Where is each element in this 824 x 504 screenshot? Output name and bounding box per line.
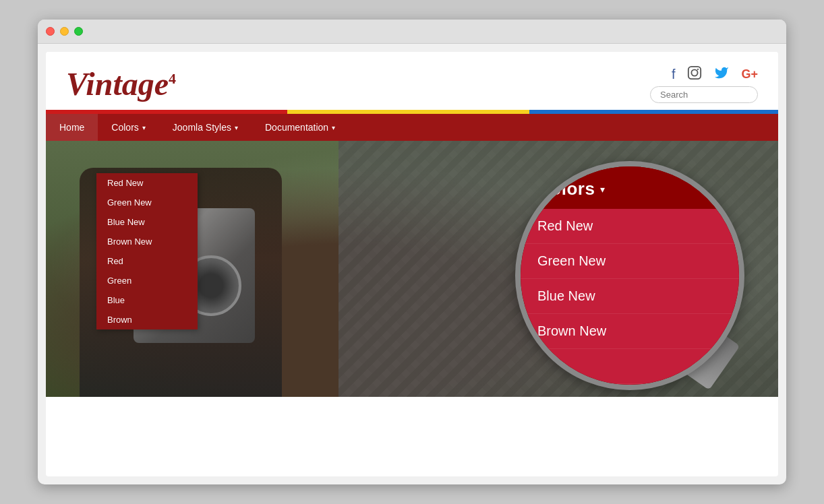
magnifier-item-red-new[interactable]: Red New xyxy=(521,209,739,244)
social-search-row: f G+ xyxy=(672,65,758,84)
header-right: f G+ xyxy=(650,65,758,103)
search-wrapper xyxy=(650,86,758,103)
svg-point-2 xyxy=(697,69,699,70)
nav-home[interactable]: Home xyxy=(46,114,98,141)
dropdown-item-brown-small[interactable]: Brown xyxy=(96,310,198,329)
dropdown-item-green-new-small[interactable]: Green New xyxy=(96,193,198,212)
joomla-styles-caret-icon: ▾ xyxy=(235,124,238,131)
social-icons: f G+ xyxy=(672,65,758,84)
svg-rect-0 xyxy=(688,67,701,79)
search-input[interactable] xyxy=(650,86,758,103)
magnifier-title: Colors xyxy=(537,179,595,199)
title-bar xyxy=(38,20,786,44)
site-header: Vintage4 f xyxy=(46,52,778,110)
dropdown-item-blue-small[interactable]: Blue xyxy=(96,290,198,310)
maximize-button[interactable] xyxy=(74,27,83,36)
magnifier-header: Colors ▾ xyxy=(521,166,739,209)
dropdown-item-brown-new-small[interactable]: Brown New xyxy=(96,232,198,251)
nav-bar: Home Colors ▾ Joomla Styles ▾ Documentat… xyxy=(46,114,778,141)
magnifier-item-green-new[interactable]: Green New xyxy=(521,244,739,279)
nav-documentation[interactable]: Documentation ▾ xyxy=(252,114,349,141)
magnifier-inner: Colors ▾ Red New Green New Blue New Brow… xyxy=(521,166,739,385)
twitter-icon[interactable] xyxy=(714,65,729,84)
site-logo: Vintage4 xyxy=(66,68,176,100)
hero-area: Red New Green New Blue New Brown New Red… xyxy=(46,141,778,397)
dropdown-item-green-small[interactable]: Green xyxy=(96,271,198,290)
dropdown-item-red-new-small[interactable]: Red New xyxy=(96,173,198,193)
dropdown-item-blue-new-small[interactable]: Blue New xyxy=(96,212,198,232)
window-chrome: Vintage4 f xyxy=(38,20,786,484)
colors-dropdown-small: Red New Green New Blue New Brown New Red… xyxy=(96,173,198,329)
close-button[interactable] xyxy=(46,27,55,36)
magnifier-menu: Red New Green New Blue New Brown New Red… xyxy=(521,209,739,387)
dropdown-item-red-small[interactable]: Red xyxy=(96,251,198,271)
magnifier-item-red[interactable]: Red xyxy=(521,349,739,384)
google-plus-icon[interactable]: G+ xyxy=(741,67,758,82)
magnifier-item-brown-new[interactable]: Brown New xyxy=(521,314,739,349)
documentation-caret-icon: ▾ xyxy=(332,124,335,131)
nav-colors[interactable]: Colors ▾ xyxy=(98,114,158,141)
svg-point-1 xyxy=(692,69,698,75)
magnifier-circle: Colors ▾ Red New Green New Blue New Brow… xyxy=(515,161,744,390)
minimize-button[interactable] xyxy=(60,27,69,36)
instagram-icon[interactable] xyxy=(687,65,702,84)
magnifier-caret-icon: ▾ xyxy=(600,184,605,195)
nav-joomla-styles[interactable]: Joomla Styles ▾ xyxy=(159,114,252,141)
browser-content: Vintage4 f xyxy=(46,52,778,476)
colors-caret-icon: ▾ xyxy=(142,124,146,131)
facebook-icon[interactable]: f xyxy=(672,67,676,82)
magnifier-item-blue-new[interactable]: Blue New xyxy=(521,279,739,314)
